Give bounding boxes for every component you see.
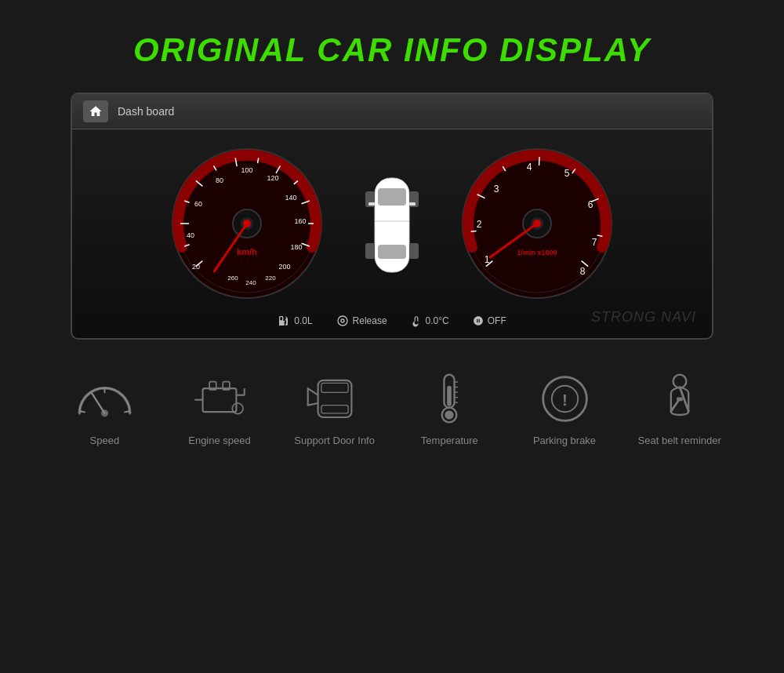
temp-info: 0.0°C [411,315,449,327]
page-title: ORIGINAL CAR INFO DISPLAY [133,31,651,69]
svg-point-88 [445,410,454,419]
svg-rect-35 [378,245,406,259]
svg-rect-74 [203,388,237,412]
feature-door: Support Door Info [277,371,392,448]
svg-rect-42 [409,202,416,206]
feature-seatbelt-label: Seat belt reminder [638,434,721,448]
svg-rect-84 [321,406,348,413]
dashboard-display: Dash board 20 40 [71,93,713,340]
svg-rect-83 [321,383,348,392]
feature-temperature-label: Temperature [421,434,478,448]
svg-line-54 [471,231,477,232]
dash-body: 20 40 60 80 100 120 140 1 [72,129,712,338]
fuel-info: 0.0L [278,315,312,327]
svg-text:8: 8 [580,266,586,277]
svg-text:160: 160 [294,217,306,225]
svg-rect-100 [677,398,682,402]
svg-text:80: 80 [216,176,223,184]
svg-text:180: 180 [290,243,302,251]
svg-text:200: 200 [278,263,290,271]
svg-text:2: 2 [477,219,482,230]
svg-rect-38 [365,243,375,259]
svg-rect-86 [448,386,452,406]
svg-line-73 [92,393,105,413]
svg-text:1/min x1000: 1/min x1000 [517,249,557,256]
dash-header: Dash board [72,94,712,129]
parking-brake-icon: ! [533,371,596,426]
seatbelt-info: OFF [473,315,506,327]
info-bar: 0.0L Release 0.0°C OFF [278,315,506,327]
feature-temperature: Temperature [392,371,507,448]
door-icon [303,371,366,426]
temperature-icon [418,371,481,426]
speedometer: 20 40 60 80 100 120 140 1 [169,145,325,305]
svg-point-68 [341,319,344,322]
svg-point-31 [243,220,251,227]
feature-speed: Speed [47,371,162,448]
svg-text:7: 7 [592,237,597,248]
svg-text:120: 120 [267,174,278,182]
feature-speed-label: Speed [90,434,120,448]
svg-text:5: 5 [564,168,570,179]
svg-text:!: ! [562,391,568,408]
feature-parking-brake: ! Parking brake [507,371,622,448]
svg-text:4: 4 [527,162,532,173]
car-top-view [357,174,427,276]
seatbelt-icon [648,371,711,426]
svg-point-80 [232,403,243,414]
svg-rect-82 [318,380,351,417]
feature-parking-brake-label: Parking brake [533,434,596,448]
feature-engine-label: Engine speed [188,434,251,448]
features-row: Speed Engine speed [47,371,737,448]
tachometer: 1 2 3 4 5 6 7 8 [459,145,615,305]
engine-icon [188,371,251,426]
handbrake-info: Release [336,315,387,327]
svg-rect-41 [368,202,375,206]
svg-text:140: 140 [285,194,296,202]
svg-text:3: 3 [494,184,499,195]
svg-text:240: 240 [245,279,256,286]
svg-text:km/h: km/h [237,247,257,256]
watermark: STRONG NAVI [591,309,696,326]
svg-rect-34 [378,188,406,206]
home-icon [83,100,108,122]
svg-text:260: 260 [227,275,238,282]
svg-point-65 [533,220,541,227]
svg-text:220: 220 [265,275,276,282]
feature-engine: Engine speed [162,371,278,448]
svg-point-97 [673,375,686,388]
svg-point-67 [338,316,347,326]
svg-text:60: 60 [194,200,202,208]
feature-door-label: Support Door Info [294,434,375,448]
gauges-row: 20 40 60 80 100 120 140 1 [96,145,688,305]
svg-text:40: 40 [187,231,194,239]
dash-title: Dash board [118,105,174,118]
feature-seatbelt: Seat belt reminder [622,371,737,448]
svg-rect-39 [409,243,419,259]
speedometer-icon [73,371,136,426]
svg-text:100: 100 [241,166,252,174]
